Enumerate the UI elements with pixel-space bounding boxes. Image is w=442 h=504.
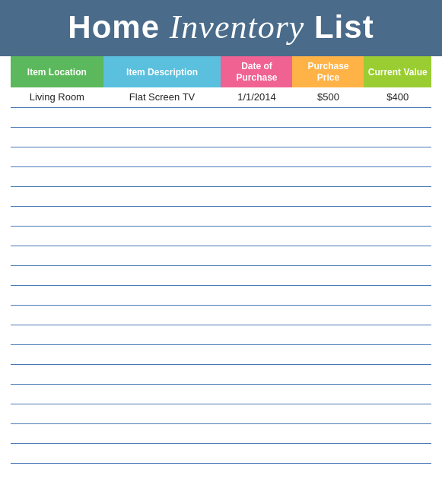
title-part2: List [304, 9, 374, 45]
col-header-value: Current Value [364, 56, 431, 87]
cell-value [364, 423, 431, 443]
cell-purchase [292, 186, 364, 206]
table-row [11, 404, 431, 423]
cell-location [11, 443, 103, 463]
table-container: Item Location Item Description Date of P… [0, 56, 442, 504]
cell-value [364, 404, 431, 423]
cell-purchase: $500 [292, 87, 364, 107]
cell-value [364, 325, 431, 344]
page-container: Home Inventory List Item Location Item D… [0, 0, 442, 504]
cell-location [11, 423, 103, 443]
cell-description [103, 344, 221, 364]
cell-description [103, 147, 221, 166]
cell-date [221, 186, 292, 206]
cell-date [221, 107, 292, 127]
cell-description [103, 166, 221, 186]
table-header-row: Item Location Item Description Date of P… [11, 56, 431, 87]
cell-description [103, 404, 221, 423]
cell-location [11, 285, 103, 305]
cell-date [221, 404, 292, 423]
table-row [11, 107, 431, 127]
cell-location [11, 226, 103, 246]
cell-purchase [292, 423, 364, 443]
title-script: Inventory [170, 8, 305, 46]
cell-value [364, 107, 431, 127]
cell-purchase [292, 147, 364, 166]
cell-description [103, 186, 221, 206]
cell-description [103, 364, 221, 384]
cell-location [11, 206, 103, 226]
cell-location [11, 325, 103, 344]
cell-value [364, 127, 431, 147]
cell-purchase [292, 443, 364, 463]
cell-date [221, 166, 292, 186]
cell-description [103, 384, 221, 404]
cell-location: Living Room [11, 87, 103, 107]
cell-purchase [292, 127, 364, 147]
cell-date [221, 344, 292, 364]
cell-purchase [292, 384, 364, 404]
cell-purchase [292, 325, 364, 344]
cell-description [103, 246, 221, 265]
table-row [11, 364, 431, 384]
cell-description [103, 206, 221, 226]
cell-value [364, 147, 431, 166]
table-row [11, 384, 431, 404]
inventory-table: Item Location Item Description Date of P… [11, 56, 431, 463]
cell-value [364, 186, 431, 206]
cell-value [364, 364, 431, 384]
table-row [11, 206, 431, 226]
cell-value: $400 [364, 87, 431, 107]
cell-location [11, 364, 103, 384]
col-header-location: Item Location [11, 56, 103, 87]
cell-purchase [292, 246, 364, 265]
cell-purchase [292, 206, 364, 226]
cell-value [364, 384, 431, 404]
table-row [11, 127, 431, 147]
cell-location [11, 384, 103, 404]
cell-location [11, 147, 103, 166]
cell-location [11, 107, 103, 127]
cell-date [221, 246, 292, 265]
cell-description [103, 107, 221, 127]
table-row [11, 147, 431, 166]
table-row [11, 443, 431, 463]
cell-purchase [292, 107, 364, 127]
cell-date [221, 423, 292, 443]
cell-date [221, 265, 292, 285]
header: Home Inventory List [0, 0, 442, 56]
cell-value [364, 305, 431, 325]
col-header-date: Date of Purchase [221, 56, 292, 87]
cell-description [103, 285, 221, 305]
cell-purchase [292, 285, 364, 305]
table-row [11, 423, 431, 443]
cell-location [11, 265, 103, 285]
cell-date [221, 147, 292, 166]
cell-value [364, 344, 431, 364]
cell-purchase [292, 305, 364, 325]
table-row [11, 166, 431, 186]
cell-value [364, 246, 431, 265]
cell-location [11, 166, 103, 186]
cell-purchase [292, 364, 364, 384]
cell-date [221, 364, 292, 384]
page-title: Home Inventory List [15, 9, 427, 46]
cell-date [221, 443, 292, 463]
table-row [11, 344, 431, 364]
table-row [11, 285, 431, 305]
cell-description [103, 325, 221, 344]
cell-location [11, 305, 103, 325]
cell-location [11, 246, 103, 265]
cell-description [103, 226, 221, 246]
cell-location [11, 404, 103, 423]
cell-purchase [292, 404, 364, 423]
cell-date [221, 127, 292, 147]
cell-description [103, 423, 221, 443]
cell-value [364, 443, 431, 463]
cell-value [364, 166, 431, 186]
cell-purchase [292, 265, 364, 285]
cell-purchase [292, 166, 364, 186]
table-row [11, 226, 431, 246]
table-row [11, 186, 431, 206]
cell-date [221, 305, 292, 325]
